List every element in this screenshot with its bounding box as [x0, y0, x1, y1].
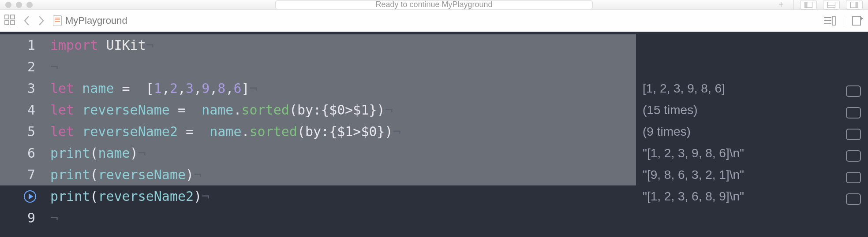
code-line[interactable]: print(reverseName2)¬ — [42, 185, 636, 207]
titlebar-right-controls: + — [775, 0, 863, 10]
result-value[interactable]: "[1, 2, 3, 6, 8, 9]\n" — [636, 185, 868, 207]
result-value[interactable]: (9 times) — [636, 121, 868, 142]
line-number-gutter[interactable]: 12345679 — [0, 32, 42, 237]
result-value[interactable]: (15 times) — [636, 99, 868, 121]
quick-look-button[interactable] — [846, 85, 861, 97]
quick-look-button[interactable] — [846, 193, 861, 205]
svg-rect-9 — [11, 21, 15, 25]
results-sidebar: [1, 2, 3, 9, 8, 6](15 times)(9 times)"[1… — [636, 32, 868, 237]
code-line[interactable]: print(reverseName)¬ — [42, 164, 636, 185]
divider — [844, 15, 844, 27]
code-pane: 12345679 import UIKit¬¬let name = [1,2,3… — [0, 32, 636, 237]
result-value[interactable]: "[9, 8, 6, 3, 2, 1]\n" — [636, 164, 868, 185]
code-line[interactable]: let name = [1,2,3,9,8,6]¬ — [42, 78, 636, 99]
svg-rect-6 — [5, 15, 9, 19]
line-number[interactable] — [0, 185, 42, 207]
traffic-lights — [5, 2, 33, 8]
line-number[interactable]: 7 — [0, 164, 42, 185]
quick-look-button[interactable] — [846, 150, 861, 162]
run-line-button[interactable] — [24, 190, 36, 203]
assistant-editor-button[interactable] — [823, 0, 840, 10]
jump-bar: MyPlayground — [0, 10, 868, 32]
line-number[interactable]: 6 — [0, 142, 42, 164]
line-number[interactable]: 2 — [0, 56, 42, 78]
line-number[interactable]: 5 — [0, 121, 42, 142]
swift-file-icon — [53, 15, 62, 26]
minimize-dot[interactable] — [16, 2, 22, 8]
quick-look-button[interactable] — [846, 172, 861, 183]
line-view-icon[interactable] — [823, 16, 836, 26]
code-line[interactable]: print(name)¬ — [42, 142, 636, 164]
quick-look-column — [839, 32, 868, 237]
jump-bar-filename: MyPlayground — [65, 15, 127, 26]
history-back-button[interactable] — [23, 15, 30, 26]
svg-rect-5 — [856, 2, 858, 7]
history-forward-button[interactable] — [38, 15, 45, 26]
quick-look-button[interactable] — [846, 107, 861, 118]
add-tab-button[interactable]: + — [775, 0, 787, 10]
source-editor[interactable]: import UIKit¬¬let name = [1,2,3,9,8,6]¬l… — [42, 32, 636, 237]
result-value — [636, 207, 868, 229]
code-line[interactable]: ¬ — [42, 207, 636, 229]
code-line[interactable]: import UIKit¬ — [42, 34, 636, 56]
add-assistant-icon[interactable] — [852, 16, 864, 26]
jump-bar-right — [823, 15, 864, 27]
zoom-dot[interactable] — [26, 2, 33, 8]
standard-editor-button[interactable] — [800, 0, 817, 10]
code-line[interactable]: let reverseName2 = name.sorted(by:{$1>$0… — [42, 121, 636, 142]
svg-rect-8 — [5, 21, 9, 25]
xcode-playground-window: Ready to continue MyPlayground + — [0, 0, 868, 237]
line-number[interactable]: 9 — [0, 207, 42, 229]
result-value[interactable]: "[1, 2, 3, 9, 8, 6]\n" — [636, 142, 868, 164]
titlebar: Ready to continue MyPlayground + — [0, 0, 868, 10]
activity-viewer[interactable]: Ready to continue MyPlayground — [275, 0, 593, 9]
editor-area: 12345679 import UIKit¬¬let name = [1,2,3… — [0, 32, 868, 237]
result-value[interactable]: [1, 2, 3, 9, 8, 6] — [636, 78, 868, 99]
svg-rect-1 — [805, 2, 808, 7]
svg-rect-7 — [11, 15, 15, 19]
code-line[interactable]: let reverseName = name.sorted(by:{$0>$1}… — [42, 99, 636, 121]
related-items-icon[interactable] — [4, 15, 15, 27]
quick-look-button[interactable] — [846, 129, 861, 140]
version-editor-button[interactable] — [846, 0, 863, 10]
result-value — [636, 56, 868, 78]
code-line[interactable]: ¬ — [42, 56, 636, 78]
close-dot[interactable] — [5, 2, 11, 8]
activity-status-text: Ready to continue MyPlayground — [375, 0, 492, 9]
svg-rect-14 — [853, 16, 861, 25]
svg-rect-13 — [832, 16, 835, 25]
line-number[interactable]: 1 — [0, 34, 42, 56]
line-number[interactable]: 3 — [0, 78, 42, 99]
line-number[interactable]: 4 — [0, 99, 42, 121]
divider — [793, 0, 794, 10]
jump-bar-file[interactable]: MyPlayground — [53, 15, 127, 26]
result-value — [636, 34, 868, 56]
svg-rect-2 — [828, 2, 835, 7]
